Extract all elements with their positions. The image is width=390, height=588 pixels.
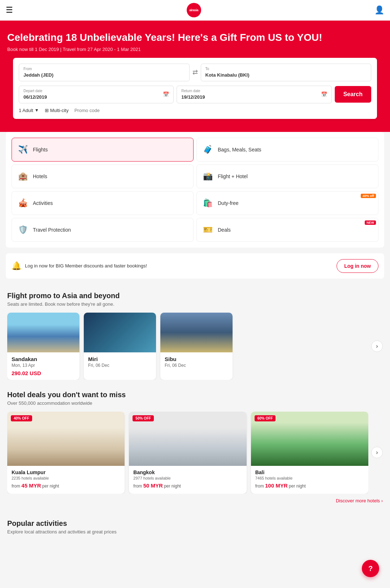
hero-headline: Celebrating 18 Unbelievable Years! Here'… xyxy=(7,31,383,44)
service-bags[interactable]: 🧳 Bags, Meals, Seats xyxy=(196,138,378,162)
activities-icon: 🎪 xyxy=(16,197,29,210)
return-label: Return date xyxy=(181,89,205,93)
service-flight-hotel-label: Flight + Hotel xyxy=(218,173,248,179)
login-banner: 🔔 Log in now for BIG Member discounts an… xyxy=(6,253,384,279)
miri-image xyxy=(84,313,156,352)
discover-more-hotels-link[interactable]: Discover more hotels › xyxy=(7,494,383,505)
hotels-icon: 🏨 xyxy=(16,170,29,183)
service-hotels-label: Hotels xyxy=(33,173,47,179)
depart-value: 06/12/2019 xyxy=(23,94,47,100)
bali-city: Bali xyxy=(255,469,364,475)
sandakan-image xyxy=(7,313,79,352)
bags-icon: 🧳 xyxy=(201,143,214,156)
from-label: From xyxy=(23,67,185,71)
multi-city-icon: ⊞ xyxy=(45,108,49,113)
login-banner-text: Log in now for BIG Member discounts and … xyxy=(25,263,333,269)
search-button[interactable]: Search xyxy=(335,86,371,103)
search-box: From ⇄ To Depart date 06/12/2019 📅 Retur… xyxy=(13,58,377,119)
to-label: To xyxy=(205,67,367,71)
multi-city-label: Multi-city xyxy=(50,108,69,113)
kl-city: Kuala Lumpur xyxy=(12,469,120,475)
kl-price-value: 45 MYR xyxy=(21,482,41,489)
hotels-section-title: Hotel deals you don't want to miss xyxy=(7,391,383,399)
activities-title: Popular activities xyxy=(7,519,383,528)
service-deals[interactable]: 🎫 Deals NEW xyxy=(196,218,378,242)
hotels-section-subtitle: Over 550,000 accommodation worldwide xyxy=(7,400,383,406)
chevron-down-icon: ▼ xyxy=(35,108,39,113)
flights-section-title: Flight promo to Asia and beyond xyxy=(7,292,383,300)
logo[interactable]: airasia xyxy=(187,3,201,17)
flight-card-miri[interactable]: Miri Fri, 06 Dec xyxy=(84,313,156,380)
multi-city-option[interactable]: ⊞ Multi-city xyxy=(45,108,69,113)
activities-subtitle: Explore local attractions and activities… xyxy=(7,529,383,535)
travel-protection-icon: 🛡️ xyxy=(16,223,29,236)
depart-label: Depart date xyxy=(23,89,47,93)
service-activities[interactable]: 🎪 Activities xyxy=(12,191,194,215)
service-activities-label: Activities xyxy=(33,200,53,206)
sandakan-price: 290.02 USD xyxy=(12,370,75,376)
user-icon[interactable]: 👤 xyxy=(374,5,384,15)
bkk-discount-badge: 50% OFF xyxy=(133,415,154,421)
flights-section-subtitle: Seats are limited. Book now before they'… xyxy=(7,301,383,307)
return-calendar-icon[interactable]: 📅 xyxy=(321,91,327,97)
bali-price: from 100 MYR per night xyxy=(255,482,364,489)
hotel-deals-section: Hotel deals you don't want to miss Over … xyxy=(0,383,390,512)
depart-calendar-icon[interactable]: 📅 xyxy=(163,91,169,97)
hero-subtext: Book now till 1 Dec 2019 | Travel from 2… xyxy=(7,47,383,52)
logo-text: airasia xyxy=(189,8,198,12)
service-deals-label: Deals xyxy=(218,227,231,233)
hotel-card-kl[interactable]: 40% OFF Kuala Lumpur 2235 hotels availab… xyxy=(7,412,125,494)
hotel-card-bali[interactable]: 60% OFF Bali 7465 hotels available from … xyxy=(251,412,368,494)
service-flights[interactable]: ✈️ Flights xyxy=(12,138,194,162)
header: ☰ airasia 👤 xyxy=(0,0,390,21)
bkk-available: 2977 hotels available xyxy=(133,476,242,480)
promo-input[interactable] xyxy=(74,108,135,113)
hotel-cards-container: 40% OFF Kuala Lumpur 2235 hotels availab… xyxy=(7,412,368,494)
flights-next-button[interactable]: › xyxy=(371,340,383,352)
bell-icon: 🔔 xyxy=(12,261,21,271)
bkk-price-value: 50 MYR xyxy=(143,482,163,489)
kl-available: 2235 hotels available xyxy=(12,476,120,480)
flights-cards-container: Sandakan Mon, 13 Apr 290.02 USD Miri Fri… xyxy=(7,313,368,380)
dutyfree-icon: 🛍️ xyxy=(201,197,214,210)
sibu-date: Fri, 06 Dec xyxy=(165,363,228,368)
dutyfree-badge: 40% off xyxy=(361,194,376,198)
sandakan-date: Mon, 13 Apr xyxy=(12,363,75,368)
flight-card-sibu[interactable]: Sibu Fri, 06 Dec xyxy=(160,313,233,380)
login-now-button[interactable]: Log in now xyxy=(337,259,378,273)
service-travel-protection-label: Travel Protection xyxy=(33,227,71,233)
services-grid: ✈️ Flights 🧳 Bags, Meals, Seats 🏨 Hotels… xyxy=(6,132,384,248)
from-field[interactable]: From xyxy=(19,64,190,81)
bali-discount-badge: 60% OFF xyxy=(255,415,276,421)
service-dutyfree-label: Duty-free xyxy=(218,200,239,206)
return-date-field[interactable]: Return date 19/12/2019 📅 xyxy=(177,86,332,103)
to-field[interactable]: To xyxy=(201,64,372,81)
swap-icon[interactable]: ⇄ xyxy=(192,68,198,76)
hero-banner: Celebrating 18 Unbelievable Years! Here'… xyxy=(0,21,390,132)
hotels-next-button[interactable]: › xyxy=(371,447,383,458)
to-input[interactable] xyxy=(205,72,367,78)
service-flight-hotel[interactable]: 📸 Flight + Hotel xyxy=(196,164,378,188)
flight-promo-section: Flight promo to Asia and beyond Seats ar… xyxy=(0,284,390,383)
from-input[interactable] xyxy=(23,72,185,78)
kl-price: from 45 MYR per night xyxy=(12,482,120,489)
miri-date: Fri, 06 Dec xyxy=(88,363,152,368)
hotel-card-bkk[interactable]: 50% OFF Bangkok 2977 hotels available fr… xyxy=(129,412,246,494)
flight-card-sandakan[interactable]: Sandakan Mon, 13 Apr 290.02 USD xyxy=(7,313,79,380)
passengers-value: 1 Adult xyxy=(19,108,33,113)
return-value: 19/12/2019 xyxy=(181,94,205,100)
service-dutyfree[interactable]: 🛍️ Duty-free 40% off xyxy=(196,191,378,215)
depart-date-field[interactable]: Depart date 06/12/2019 📅 xyxy=(19,86,174,103)
service-travel-protection[interactable]: 🛡️ Travel Protection xyxy=(12,218,194,242)
passengers-selector[interactable]: 1 Adult ▼ xyxy=(19,108,39,113)
flights-icon: ✈️ xyxy=(16,143,29,156)
bkk-city: Bangkok xyxy=(133,469,242,475)
menu-icon[interactable]: ☰ xyxy=(6,5,13,15)
flight-hotel-icon: 📸 xyxy=(201,170,214,183)
bali-price-value: 100 MYR xyxy=(265,482,288,489)
service-flights-label: Flights xyxy=(33,147,48,153)
service-hotels[interactable]: 🏨 Hotels xyxy=(12,164,194,188)
service-bags-label: Bags, Meals, Seats xyxy=(218,147,261,153)
bali-available: 7465 hotels available xyxy=(255,476,364,480)
miri-city: Miri xyxy=(88,356,152,362)
